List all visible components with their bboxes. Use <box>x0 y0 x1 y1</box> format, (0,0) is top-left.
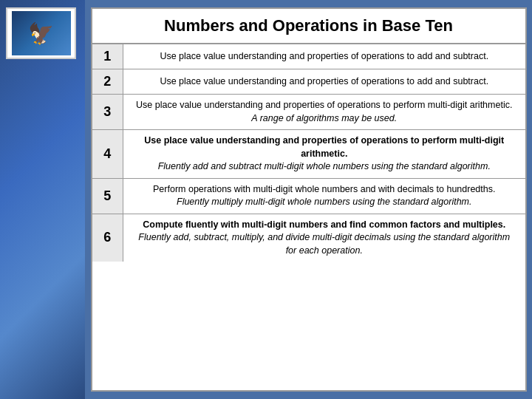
row-number: 6 <box>92 214 123 262</box>
row-text: Use place value understanding and proper… <box>132 75 516 89</box>
row-text: Use place value understanding and proper… <box>132 50 516 64</box>
row-content: Use place value understanding and proper… <box>123 95 525 130</box>
row-text: Fluently add and subtract multi-digit wh… <box>132 160 516 174</box>
row-content: Compute fluently with multi-digit number… <box>123 214 525 262</box>
logo-icon: 🦅 <box>28 21 54 46</box>
row-number: 4 <box>92 130 123 179</box>
table-row: 5Perform operations with multi-digit who… <box>92 178 525 214</box>
page-title: Numbers and Operations in Base Ten <box>92 9 525 44</box>
row-text: A range of algorithms may be used. <box>132 112 516 126</box>
row-content: Perform operations with multi-digit whol… <box>123 178 525 214</box>
page-container: 🦅 Numbers and Operations in Base Ten 1Us… <box>0 0 532 399</box>
row-number: 3 <box>92 95 123 130</box>
table-row: 2Use place value understanding and prope… <box>92 69 525 95</box>
content-table: 1Use place value understanding and prope… <box>92 44 525 262</box>
row-text: Compute fluently with multi-digit number… <box>132 219 516 232</box>
row-text: Use place value understanding and proper… <box>132 99 516 112</box>
row-number: 2 <box>92 69 123 95</box>
row-content: Use place value understanding and proper… <box>123 130 525 179</box>
background-decoration: 🦅 <box>0 0 85 399</box>
row-text: Perform operations with multi-digit whol… <box>132 183 516 197</box>
logo-inner: 🦅 <box>12 11 71 55</box>
table-row: 3Use place value understanding and prope… <box>92 95 525 130</box>
table-row: 4Use place value understanding and prope… <box>92 130 525 179</box>
row-text: Use place value understanding and proper… <box>132 134 516 160</box>
table-row: 1Use place value understanding and prope… <box>92 44 525 69</box>
row-content: Use place value understanding and proper… <box>123 44 525 69</box>
row-content: Use place value understanding and proper… <box>123 69 525 95</box>
main-content: Numbers and Operations in Base Ten 1Use … <box>91 7 527 392</box>
table-row: 6Compute fluently with multi-digit numbe… <box>92 214 525 262</box>
row-number: 1 <box>92 44 123 69</box>
row-number: 5 <box>92 178 123 214</box>
logo-box: 🦅 <box>6 7 76 59</box>
row-text: Fluently multiply multi-digit whole numb… <box>132 196 516 209</box>
row-text: Fluently add, subtract, multiply, and di… <box>132 231 516 257</box>
